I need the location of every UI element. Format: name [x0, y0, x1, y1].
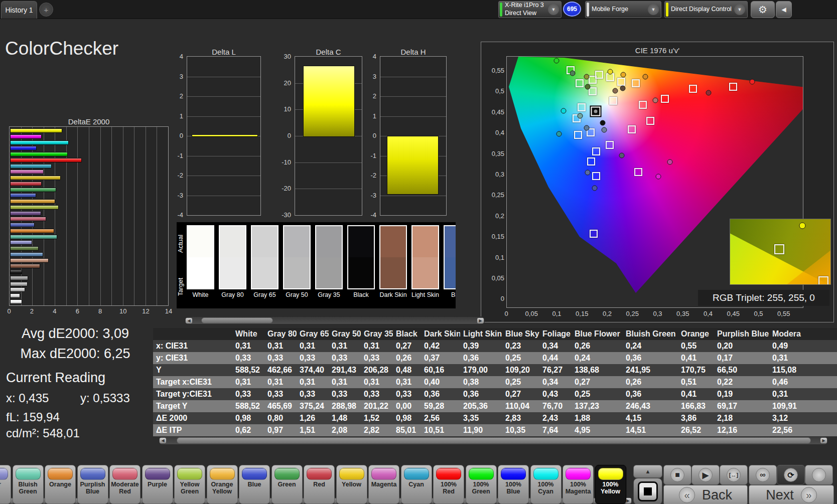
patch-button-100-red[interactable]: 100%Red — [433, 465, 464, 504]
cell-value: 1,51 — [297, 424, 329, 436]
cie-measured-marker — [554, 58, 560, 64]
delta-c-chart: 3020100-10-20-30 — [295, 56, 362, 216]
source-dropdown[interactable]: Mobile Forge ▼ — [585, 1, 661, 18]
patch-button-wer[interactable]: wer — [0, 465, 11, 504]
settings-button[interactable]: ⚙ — [751, 1, 775, 18]
y-tick-label: -1 — [359, 152, 376, 159]
back-button[interactable]: «Back — [663, 485, 748, 504]
column-header: Orange — [678, 328, 714, 340]
cell-value: 3,35 — [460, 412, 502, 424]
cell-value: 0,31 — [329, 376, 361, 388]
blank-button[interactable] — [805, 465, 833, 485]
deltae-bar-100-cyan — [10, 140, 69, 145]
patch-button-100-magenta[interactable]: 100%Magenta — [563, 465, 594, 504]
luminance-badge[interactable]: 695 — [563, 2, 581, 17]
y-tick-label: 0 — [166, 132, 183, 139]
patch-button-100-cyan[interactable]: 100%Cyan — [530, 465, 562, 504]
delta-l-bar — [192, 134, 258, 137]
scroll-track[interactable] — [193, 317, 477, 324]
deltae2000-chart-title: DeltaE 2000 — [9, 117, 169, 126]
pattern-size-button[interactable]: [↔] — [720, 465, 748, 485]
patch-button-cyan[interactable]: Cyan — [401, 465, 432, 504]
meter-mode: Direct View — [505, 10, 546, 18]
pattern-up-button[interactable]: ▲ — [633, 465, 662, 478]
rgb-triplet-readout: RGB Triplet: 255, 255, 0 — [698, 290, 829, 306]
patch-button-100-green[interactable]: 100%Green — [466, 465, 497, 504]
swatch-label: Black — [347, 291, 375, 298]
scroll-right-arrow[interactable]: ▶ — [477, 318, 484, 323]
cell-value: 0,44 — [539, 352, 572, 364]
scroll-left-arrow[interactable]: ◀ — [160, 438, 166, 443]
delta-h-chart: 43210-1-2-3-4 — [380, 56, 447, 216]
scroll-thumb[interactable] — [201, 317, 273, 323]
add-tab-button[interactable]: + — [39, 3, 53, 17]
gridline — [187, 116, 260, 117]
patch-button-purplish-blue[interactable]: PurplishBlue — [77, 465, 108, 504]
patch-button-purple[interactable]: Purple — [142, 465, 173, 504]
gridline — [295, 162, 362, 163]
cie-target-marker — [632, 79, 640, 87]
pattern-window-button[interactable] — [633, 478, 662, 504]
patch-button-orange-yellow[interactable]: OrangeYellow — [207, 465, 238, 504]
next-button[interactable]: Next» — [749, 485, 834, 504]
patch-button-bluish-green[interactable]: BluishGreen — [13, 465, 44, 504]
deltae-bar-orange-yellow — [10, 199, 55, 204]
cie-target-marker — [576, 79, 584, 87]
cell-value: 0,37 — [421, 352, 460, 364]
cell-value: 588,52 — [232, 400, 264, 412]
x-tick-label: 0,2 — [597, 310, 617, 317]
table-row-x-cie31: x: CIE310,310,310,310,310,310,270,420,39… — [153, 340, 837, 352]
swatch-gray-65: Gray 65 — [251, 225, 278, 308]
cell-value: 0,17 — [714, 352, 769, 364]
patch-button-green[interactable]: Green — [271, 465, 303, 504]
x-tick-label: 0 — [7, 307, 11, 315]
patch-button-100-yellow[interactable]: 100%Yellow — [595, 465, 626, 504]
cell-value: 115,08 — [769, 364, 837, 376]
avg-de2000: Avg dE2000: 3,09 — [5, 326, 146, 342]
cell-value: 1,48 — [329, 412, 361, 424]
loop-button[interactable]: ⟳ — [777, 465, 805, 485]
patch-label: Blue — [239, 481, 269, 488]
y-tick-label: -30 — [274, 211, 291, 219]
y-tick-label: 2 — [166, 92, 183, 100]
cell-value: 0,55 — [678, 340, 714, 352]
continuous-read-button[interactable]: ∞ — [749, 465, 777, 485]
patch-label: Yellow — [337, 481, 367, 488]
swatch-dark-skin: Dark Skin — [379, 225, 407, 308]
scroll-left-arrow[interactable]: ◀ — [186, 318, 192, 323]
swatch-actual — [284, 226, 310, 257]
stop-button[interactable]: ■ — [663, 465, 691, 485]
cell-value: 0,33 — [361, 388, 393, 400]
charts-scrollbar[interactable]: ◀▶ — [185, 316, 485, 324]
collapse-panel-button[interactable]: ◀ — [776, 1, 792, 18]
patch-label: 100%Cyan — [531, 481, 561, 495]
cell-value: 166,83 — [678, 400, 714, 412]
row-label: ΔE ITP — [153, 424, 232, 436]
swatch-label: Light Skin — [411, 291, 439, 298]
patch-button-yellow[interactable]: Yellow — [336, 465, 367, 504]
patch-button-red[interactable]: Red — [304, 465, 335, 504]
scroll-thumb[interactable] — [177, 437, 811, 444]
patch-button-blue[interactable]: Blue — [239, 465, 270, 504]
table-scrollbar[interactable]: ◀▶ — [159, 436, 828, 445]
workflow-dropdown[interactable]: Direct Display Control ▼ — [664, 1, 748, 18]
scroll-track[interactable] — [167, 437, 820, 444]
patch-color — [307, 468, 332, 480]
play-button[interactable]: ▶ — [691, 465, 720, 485]
patch-button-orange[interactable]: Orange — [45, 465, 76, 504]
patch-button-yellow-green[interactable]: YellowGreen — [174, 465, 205, 504]
patch-button-moderate-red[interactable]: ModerateRed — [109, 465, 141, 504]
cie-target-marker — [609, 97, 617, 105]
tab-history-1[interactable]: History 1 — [1, 1, 37, 19]
cell-value: 0,40 — [421, 376, 460, 388]
target-label: Target — [177, 265, 184, 308]
y-tick-label: -20 — [274, 185, 291, 192]
chart-title-delta-h: Delta H — [365, 48, 462, 56]
scroll-right-arrow[interactable]: ▶ — [820, 438, 827, 443]
meter-dropdown[interactable]: X-Rite i1Pro 3 Direct View ▼ — [498, 1, 562, 18]
cell-value: 3,86 — [678, 412, 714, 424]
cie-measured-marker — [592, 186, 597, 191]
y-tick-label: 0 — [274, 132, 291, 139]
patch-button-magenta[interactable]: Magenta — [368, 465, 399, 504]
patch-button-100-blue[interactable]: 100%Blue — [498, 465, 529, 504]
